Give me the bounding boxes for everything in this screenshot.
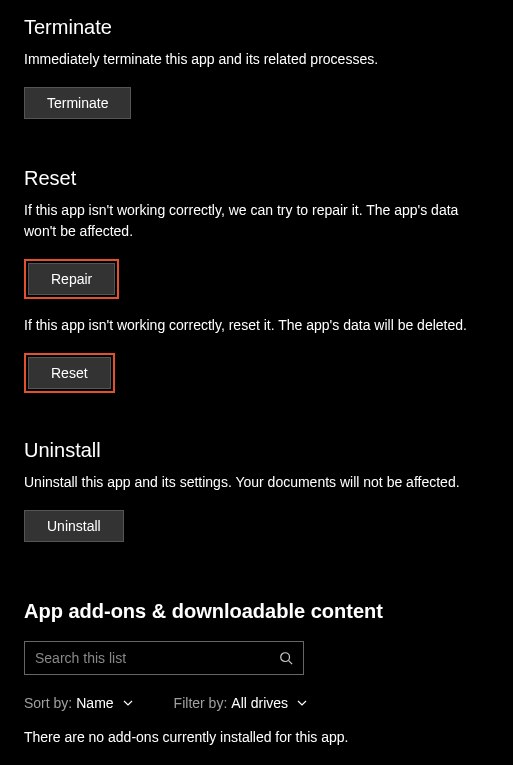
search-box[interactable]	[24, 641, 304, 675]
sort-value: Name	[76, 695, 113, 711]
svg-line-1	[289, 661, 293, 665]
uninstall-button[interactable]: Uninstall	[24, 510, 124, 542]
terminate-button[interactable]: Terminate	[24, 87, 131, 119]
filter-value: All drives	[231, 695, 288, 711]
filter-label: Filter by:	[174, 695, 228, 711]
reset-heading: Reset	[24, 167, 489, 190]
search-icon[interactable]	[269, 642, 303, 674]
terminate-heading: Terminate	[24, 16, 489, 39]
search-input[interactable]	[25, 650, 269, 666]
sort-by-dropdown[interactable]: Sort by: Name	[24, 695, 134, 711]
chevron-down-icon	[122, 697, 134, 709]
repair-button[interactable]: Repair	[28, 263, 115, 295]
svg-point-0	[281, 653, 290, 662]
repair-description: If this app isn't working correctly, we …	[24, 200, 489, 241]
filter-row: Sort by: Name Filter by: All drives	[24, 695, 489, 711]
uninstall-description: Uninstall this app and its settings. You…	[24, 472, 489, 492]
repair-highlight: Repair	[24, 259, 119, 299]
reset-highlight: Reset	[24, 353, 115, 393]
addons-empty-message: There are no add-ons currently installed…	[24, 729, 489, 745]
addons-heading: App add-ons & downloadable content	[24, 600, 489, 623]
uninstall-heading: Uninstall	[24, 439, 489, 462]
filter-by-dropdown[interactable]: Filter by: All drives	[174, 695, 308, 711]
terminate-description: Immediately terminate this app and its r…	[24, 49, 489, 69]
chevron-down-icon	[296, 697, 308, 709]
settings-page: Terminate Immediately terminate this app…	[0, 0, 513, 765]
reset-button[interactable]: Reset	[28, 357, 111, 389]
sort-label: Sort by:	[24, 695, 72, 711]
reset-description: If this app isn't working correctly, res…	[24, 315, 489, 335]
